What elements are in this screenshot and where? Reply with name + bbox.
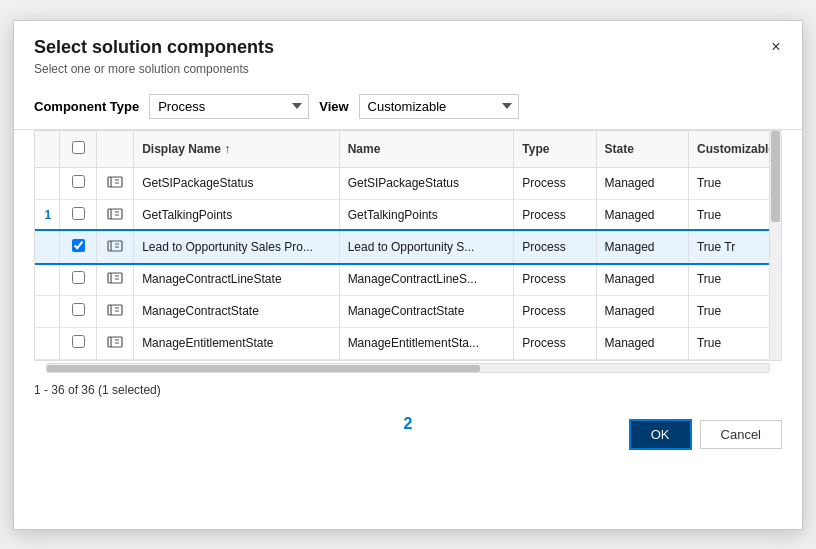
row-checkbox-cell[interactable] (60, 295, 97, 327)
dialog-title: Select solution components (34, 37, 782, 58)
step-number: 2 (404, 415, 413, 433)
data-table: Display Name ↑ Name Type State Customiza… (35, 131, 781, 360)
col-display-name[interactable]: Display Name ↑ (134, 131, 340, 168)
row-number (35, 263, 60, 295)
row-number (35, 295, 60, 327)
cell-type: Process (514, 167, 596, 199)
row-checkbox-cell[interactable] (60, 231, 97, 263)
cell-type: Process (514, 327, 596, 359)
cell-display-name: GetTalkingPoints (134, 199, 340, 231)
row-checkbox[interactable] (72, 175, 85, 188)
row-checkbox[interactable] (72, 239, 85, 252)
row-icon-cell (97, 263, 134, 295)
cell-state: Managed (596, 295, 688, 327)
cell-name: GetSIPackageStatus (339, 167, 514, 199)
row-icon-cell (97, 231, 134, 263)
row-icon-cell (97, 327, 134, 359)
row-checkbox[interactable] (72, 303, 85, 316)
row-number (35, 327, 60, 359)
svg-rect-16 (108, 305, 122, 315)
col-customizable[interactable]: Customizable... ↻ (689, 131, 779, 167)
cancel-button[interactable]: Cancel (700, 420, 782, 449)
table-row[interactable]: Lead to Opportunity Sales Pro...Lead to … (35, 231, 781, 263)
col-rownumber (35, 131, 60, 168)
svg-rect-20 (108, 337, 122, 347)
row-checkbox[interactable] (72, 207, 85, 220)
col-name[interactable]: Name (339, 131, 514, 168)
row-checkbox[interactable] (72, 271, 85, 284)
cell-state: Managed (596, 327, 688, 359)
table-scroll[interactable]: Display Name ↑ Name Type State Customiza… (35, 131, 781, 360)
row-checkbox[interactable] (72, 335, 85, 348)
horizontal-scrollbar[interactable] (46, 363, 770, 373)
dialog-subtitle: Select one or more solution components (34, 62, 782, 76)
col-type[interactable]: Type (514, 131, 596, 168)
view-select[interactable]: Customizable (359, 94, 519, 119)
select-all-checkbox[interactable] (72, 141, 85, 154)
row-checkbox-cell[interactable] (60, 327, 97, 359)
cell-display-name: GetSIPackageStatus (134, 167, 340, 199)
component-type-label: Component Type (34, 99, 139, 114)
svg-rect-0 (108, 177, 122, 187)
cell-name: GetTalkingPoints (339, 199, 514, 231)
cell-customizable: True (688, 295, 781, 327)
dialog-header: Select solution components Select one or… (14, 21, 802, 84)
table-wrapper: Display Name ↑ Name Type State Customiza… (35, 131, 781, 360)
table-row[interactable]: ManageContractLineStateManageContractLin… (35, 263, 781, 295)
svg-rect-4 (108, 209, 122, 219)
cell-state: Managed (596, 263, 688, 295)
dialog: Select solution components Select one or… (13, 20, 803, 530)
cell-customizable: True Tr (688, 231, 781, 263)
cell-type: Process (514, 199, 596, 231)
scrollbar-area (14, 361, 802, 375)
table-row[interactable]: GetSIPackageStatusGetSIPackageStatusProc… (35, 167, 781, 199)
table-row[interactable]: ManageContractStateManageContractStatePr… (35, 295, 781, 327)
svg-rect-12 (108, 273, 122, 283)
process-icon (107, 334, 123, 350)
hscroll-thumb (47, 365, 480, 372)
row-icon-cell (97, 167, 134, 199)
cell-display-name: Lead to Opportunity Sales Pro... (134, 231, 340, 263)
sort-arrow: ↑ (224, 142, 230, 156)
row-checkbox-cell[interactable] (60, 167, 97, 199)
cell-name: ManageEntitlementSta... (339, 327, 514, 359)
vertical-scrollbar[interactable] (769, 131, 781, 360)
row-icon-cell (97, 295, 134, 327)
row-number: 1 (35, 199, 60, 231)
process-icon (107, 206, 123, 222)
cell-type: Process (514, 231, 596, 263)
table-container: Display Name ↑ Name Type State Customiza… (34, 130, 782, 361)
row-number (35, 231, 60, 263)
cell-type: Process (514, 295, 596, 327)
cell-type: Process (514, 263, 596, 295)
status-bar: 1 - 36 of 36 (1 selected) (14, 375, 802, 405)
svg-rect-8 (108, 241, 122, 251)
col-state[interactable]: State (596, 131, 688, 168)
table-row[interactable]: 1GetTalkingPointsGetTalkingPointsProcess… (35, 199, 781, 231)
cell-customizable: True (688, 327, 781, 359)
process-icon (107, 238, 123, 254)
component-type-select[interactable]: Process (149, 94, 309, 119)
cell-state: Managed (596, 199, 688, 231)
table-row[interactable]: ManageEntitlementStateManageEntitlementS… (35, 327, 781, 359)
process-icon (107, 302, 123, 318)
close-button[interactable]: × (764, 35, 788, 59)
row-number (35, 167, 60, 199)
cell-name: Lead to Opportunity S... (339, 231, 514, 263)
col-checkbox[interactable] (60, 131, 97, 168)
toolbar: Component Type Process View Customizable (14, 84, 802, 130)
cell-display-name: ManageEntitlementState (134, 327, 340, 359)
cell-state: Managed (596, 231, 688, 263)
cell-customizable: True (688, 167, 781, 199)
row-checkbox-cell[interactable] (60, 263, 97, 295)
cell-display-name: ManageContractLineState (134, 263, 340, 295)
record-count: 1 - 36 of 36 (1 selected) (34, 383, 161, 397)
vscroll-thumb (771, 131, 780, 223)
dialog-footer: 2 OK Cancel (14, 405, 802, 464)
ok-button[interactable]: OK (629, 419, 692, 450)
row-checkbox-cell[interactable] (60, 199, 97, 231)
cell-customizable: True (688, 263, 781, 295)
process-icon (107, 174, 123, 190)
cell-state: Managed (596, 167, 688, 199)
view-label: View (319, 99, 348, 114)
